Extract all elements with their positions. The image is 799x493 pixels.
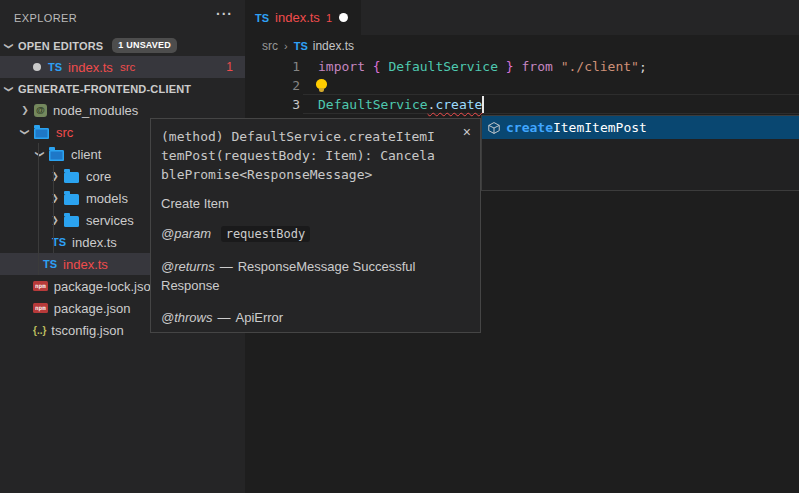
npm-icon: npm xyxy=(33,281,48,291)
param-name-chip: requestBody xyxy=(221,226,310,242)
indent-guide xyxy=(53,165,54,253)
breadcrumb-file[interactable]: index.ts xyxy=(313,39,354,53)
chevron-down-icon xyxy=(35,149,45,159)
chevron-right-icon xyxy=(50,193,60,203)
code-token: { xyxy=(373,59,381,74)
ts-file-icon: TS xyxy=(43,258,57,270)
code-token: DefaultService xyxy=(318,97,428,112)
doc-returns-row: @returns—ResponseMessage Successful Resp… xyxy=(161,257,446,295)
suggestion-item-createItemItemPost[interactable]: createItemItemPost xyxy=(482,116,799,139)
tab-file-label: index.ts xyxy=(275,10,320,25)
open-editor-file-label: index.ts xyxy=(68,60,113,75)
code-token: from xyxy=(522,59,561,74)
code-token: import xyxy=(318,59,373,74)
folder-icon xyxy=(64,216,79,227)
doc-summary: Create Item xyxy=(161,196,470,211)
chevron-right-icon xyxy=(50,215,60,225)
code-token xyxy=(514,59,522,74)
code-token: } xyxy=(506,59,514,74)
line-number-1: 1 xyxy=(245,57,300,76)
unsaved-badge: 1 UNSAVED xyxy=(112,38,177,53)
doc-param-row: @param requestBody xyxy=(161,224,446,244)
breadcrumb-folder[interactable]: src xyxy=(262,39,278,53)
indent-guide xyxy=(38,143,39,275)
returns-tag: @returns xyxy=(161,259,215,274)
line-number-3: 3 xyxy=(245,95,300,114)
tree-item-label: models xyxy=(86,191,128,206)
folder-open-icon xyxy=(49,150,64,161)
signature-line: blePromise<ResponseMessage> xyxy=(161,165,470,184)
open-editors-label: OPEN EDITORS xyxy=(18,40,103,52)
throws-tag: @throws xyxy=(161,310,213,325)
explorer-title: EXPLORER xyxy=(14,12,77,24)
suggestion-label: createItemItemPost xyxy=(506,120,647,135)
signature-line: (method) DefaultService.createItemI xyxy=(161,127,470,146)
error-count: 1 xyxy=(226,60,233,74)
throws-text: ApiError xyxy=(236,310,284,325)
code-line-3[interactable]: DefaultService.create xyxy=(318,95,482,114)
unsaved-dot-icon[interactable] xyxy=(33,63,41,71)
open-editor-item-index-ts[interactable]: TS index.ts src 1 xyxy=(0,56,245,78)
signature-line: temPost(requestBody: Item): Cancela xyxy=(161,146,470,165)
breadcrumb[interactable]: src › TS index.ts xyxy=(262,35,354,57)
ts-file-icon: TS xyxy=(294,40,308,52)
tree-item-label: index.ts xyxy=(72,235,117,250)
hover-docs-widget: × (method) DefaultService.createItemI te… xyxy=(150,118,481,333)
suggestion-rest-text: ItemItemPost xyxy=(553,120,647,135)
ts-file-icon: TS xyxy=(48,61,62,73)
tab-error-count: 1 xyxy=(326,12,332,24)
close-icon[interactable]: × xyxy=(463,125,471,139)
tree-item-label: services xyxy=(86,213,134,228)
tree-item-label: package.json xyxy=(54,301,131,316)
lightbulb-icon[interactable] xyxy=(316,79,327,89)
doc-throws-row: @throws—ApiError xyxy=(161,308,446,327)
folder-icon xyxy=(64,172,79,183)
chevron-down-icon xyxy=(20,127,30,137)
open-editors-header[interactable]: OPEN EDITORS 1 UNSAVED xyxy=(0,35,245,56)
text-cursor xyxy=(482,96,484,113)
tree-item-label: core xyxy=(86,169,111,184)
param-tag: @param xyxy=(161,226,211,241)
code-token: DefaultService xyxy=(381,59,506,74)
code-token: ; xyxy=(639,59,647,74)
tree-item-label: index.ts xyxy=(63,257,108,272)
code-line-1[interactable]: import { DefaultService } from "./client… xyxy=(318,57,647,76)
project-section-header[interactable]: GENERATE-FRONTEND-CLIENT xyxy=(0,78,245,99)
more-actions-icon[interactable] xyxy=(216,6,233,22)
explorer-header: EXPLORER xyxy=(0,0,245,35)
npm-icon: npm xyxy=(33,303,48,313)
symbol-method-icon xyxy=(487,121,501,135)
tab-bar: TS index.ts 1 xyxy=(245,0,799,35)
dash-separator: — xyxy=(220,259,233,274)
ts-file-icon: TS xyxy=(255,12,269,24)
open-editor-file-path: src xyxy=(120,61,135,73)
tree-item-label: src xyxy=(56,125,73,140)
breadcrumb-separator-icon: › xyxy=(284,40,288,52)
folder-icon xyxy=(64,194,79,205)
json-braces-icon: {..} xyxy=(33,325,46,336)
chevron-down-icon xyxy=(4,41,14,51)
unsaved-dot-icon[interactable] xyxy=(339,13,348,22)
dash-separator: — xyxy=(218,310,231,325)
ts-file-icon: TS xyxy=(52,236,66,248)
line-number-2: 2 xyxy=(245,76,300,95)
code-token-error: create xyxy=(435,97,482,112)
tree-item-label: package-lock.json xyxy=(54,279,158,294)
node-modules-icon xyxy=(34,104,47,117)
chevron-right-icon xyxy=(20,105,30,115)
tree-item-label: client xyxy=(71,147,101,162)
suggestion-match-text: create xyxy=(506,120,553,135)
tree-item-label: node_modules xyxy=(53,103,138,118)
suggest-widget: createItemItemPost xyxy=(481,115,799,191)
vscode-window: EXPLORER OPEN EDITORS 1 UNSAVED TS index… xyxy=(0,0,799,493)
tab-index-ts[interactable]: TS index.ts 1 xyxy=(245,0,361,35)
tree-item-label: tsconfig.json xyxy=(51,323,123,338)
code-token: "./client" xyxy=(561,59,639,74)
chevron-down-icon xyxy=(4,84,14,94)
chevron-right-icon xyxy=(50,171,60,181)
folder-open-icon xyxy=(34,128,49,139)
project-name-label: GENERATE-FRONTEND-CLIENT xyxy=(18,83,191,95)
